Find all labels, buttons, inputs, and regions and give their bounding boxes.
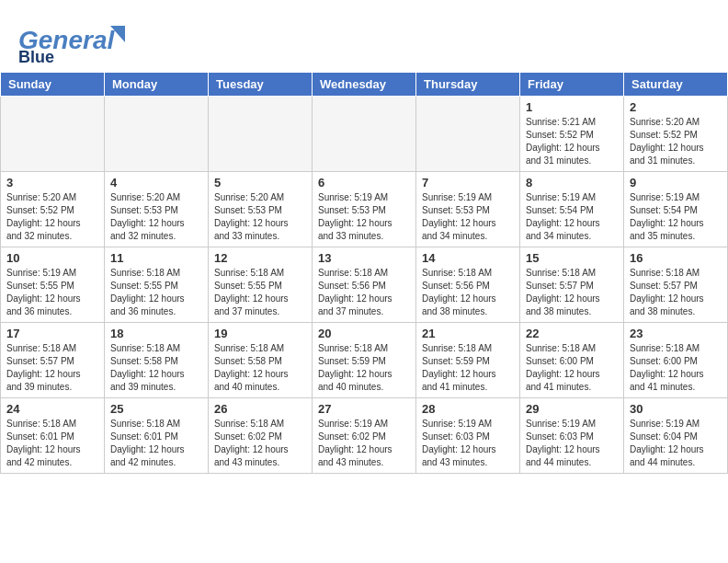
calendar-cell: 13Sunrise: 5:18 AM Sunset: 5:56 PM Dayli… <box>313 247 416 323</box>
day-info: Sunrise: 5:18 AM Sunset: 5:57 PM Dayligh… <box>630 267 722 318</box>
calendar-cell: 8Sunrise: 5:19 AM Sunset: 5:54 PM Daylig… <box>520 172 624 247</box>
day-number: 18 <box>110 327 202 340</box>
calendar-cell: 9Sunrise: 5:19 AM Sunset: 5:54 PM Daylig… <box>624 172 728 247</box>
day-number: 30 <box>630 402 722 416</box>
day-number: 28 <box>422 402 514 416</box>
day-number: 15 <box>526 251 618 265</box>
page-header: General Blue <box>0 0 728 72</box>
day-info: Sunrise: 5:18 AM Sunset: 6:01 PM Dayligh… <box>110 418 202 469</box>
day-number: 17 <box>6 327 98 340</box>
day-of-week-friday: Friday <box>520 73 624 97</box>
calendar-cell: 21Sunrise: 5:18 AM Sunset: 5:59 PM Dayli… <box>416 323 520 398</box>
day-info: Sunrise: 5:18 AM Sunset: 6:01 PM Dayligh… <box>6 418 98 469</box>
calendar-week-5: 24Sunrise: 5:18 AM Sunset: 6:01 PM Dayli… <box>1 398 728 474</box>
day-info: Sunrise: 5:18 AM Sunset: 5:58 PM Dayligh… <box>214 342 306 394</box>
calendar-cell: 27Sunrise: 5:19 AM Sunset: 6:02 PM Dayli… <box>313 398 416 474</box>
day-number: 5 <box>214 176 306 190</box>
calendar-cell: 24Sunrise: 5:18 AM Sunset: 6:01 PM Dayli… <box>1 398 105 474</box>
day-number: 27 <box>318 402 410 416</box>
days-of-week-row: SundayMondayTuesdayWednesdayThursdayFrid… <box>1 73 728 97</box>
calendar-cell: 29Sunrise: 5:19 AM Sunset: 6:03 PM Dayli… <box>520 398 624 474</box>
calendar-cell: 3Sunrise: 5:20 AM Sunset: 5:52 PM Daylig… <box>1 172 105 247</box>
calendar-week-3: 10Sunrise: 5:19 AM Sunset: 5:55 PM Dayli… <box>1 247 728 323</box>
day-info: Sunrise: 5:18 AM Sunset: 5:56 PM Dayligh… <box>318 267 410 318</box>
day-info: Sunrise: 5:20 AM Sunset: 5:53 PM Dayligh… <box>110 191 202 243</box>
calendar-week-2: 3Sunrise: 5:20 AM Sunset: 5:52 PM Daylig… <box>1 172 728 247</box>
day-number: 10 <box>6 251 98 265</box>
day-info: Sunrise: 5:19 AM Sunset: 6:02 PM Dayligh… <box>318 418 410 469</box>
day-info: Sunrise: 5:18 AM Sunset: 5:59 PM Dayligh… <box>318 342 410 394</box>
day-info: Sunrise: 5:18 AM Sunset: 5:57 PM Dayligh… <box>526 267 618 318</box>
day-number: 4 <box>110 176 202 190</box>
calendar-body: 1Sunrise: 5:21 AM Sunset: 5:52 PM Daylig… <box>1 97 728 474</box>
logo: General Blue <box>18 17 138 63</box>
calendar-cell: 26Sunrise: 5:18 AM Sunset: 6:02 PM Dayli… <box>209 398 313 474</box>
calendar-cell: 17Sunrise: 5:18 AM Sunset: 5:57 PM Dayli… <box>1 323 105 398</box>
day-number: 11 <box>110 251 202 265</box>
calendar-week-4: 17Sunrise: 5:18 AM Sunset: 5:57 PM Dayli… <box>1 323 728 398</box>
day-info: Sunrise: 5:19 AM Sunset: 6:03 PM Dayligh… <box>526 418 618 469</box>
calendar-cell: 14Sunrise: 5:18 AM Sunset: 5:56 PM Dayli… <box>416 247 520 323</box>
calendar-cell: 18Sunrise: 5:18 AM Sunset: 5:58 PM Dayli… <box>105 323 209 398</box>
day-number: 25 <box>110 402 202 416</box>
day-number: 23 <box>630 327 722 340</box>
day-number: 12 <box>214 251 306 265</box>
calendar-cell: 23Sunrise: 5:18 AM Sunset: 6:00 PM Dayli… <box>624 323 728 398</box>
calendar-table: SundayMondayTuesdayWednesdayThursdayFrid… <box>0 72 728 474</box>
day-of-week-wednesday: Wednesday <box>313 73 416 97</box>
day-info: Sunrise: 5:20 AM Sunset: 5:53 PM Dayligh… <box>214 191 306 243</box>
day-of-week-monday: Monday <box>105 73 209 97</box>
day-number: 22 <box>526 327 618 340</box>
day-number: 21 <box>422 327 514 340</box>
calendar-cell: 4Sunrise: 5:20 AM Sunset: 5:53 PM Daylig… <box>105 172 209 247</box>
calendar-cell <box>416 97 520 172</box>
calendar-cell: 30Sunrise: 5:19 AM Sunset: 6:04 PM Dayli… <box>624 398 728 474</box>
day-info: Sunrise: 5:19 AM Sunset: 5:54 PM Dayligh… <box>526 191 618 243</box>
day-number: 14 <box>422 251 514 265</box>
calendar-cell: 5Sunrise: 5:20 AM Sunset: 5:53 PM Daylig… <box>209 172 313 247</box>
day-number: 6 <box>318 176 410 190</box>
calendar-cell: 6Sunrise: 5:19 AM Sunset: 5:53 PM Daylig… <box>313 172 416 247</box>
day-number: 2 <box>630 100 722 114</box>
day-info: Sunrise: 5:18 AM Sunset: 5:55 PM Dayligh… <box>214 267 306 318</box>
calendar-cell: 12Sunrise: 5:18 AM Sunset: 5:55 PM Dayli… <box>209 247 313 323</box>
calendar-cell: 25Sunrise: 5:18 AM Sunset: 6:01 PM Dayli… <box>105 398 209 474</box>
day-number: 3 <box>6 176 98 190</box>
day-number: 8 <box>526 176 618 190</box>
calendar-cell: 11Sunrise: 5:18 AM Sunset: 5:55 PM Dayli… <box>105 247 209 323</box>
day-number: 9 <box>630 176 722 190</box>
day-number: 16 <box>630 251 722 265</box>
svg-text:Blue: Blue <box>18 48 54 63</box>
calendar-cell: 22Sunrise: 5:18 AM Sunset: 6:00 PM Dayli… <box>520 323 624 398</box>
logo-svg: General Blue <box>18 17 138 63</box>
calendar-week-1: 1Sunrise: 5:21 AM Sunset: 5:52 PM Daylig… <box>1 97 728 172</box>
day-info: Sunrise: 5:18 AM Sunset: 5:55 PM Dayligh… <box>110 267 202 318</box>
day-number: 29 <box>526 402 618 416</box>
day-number: 24 <box>6 402 98 416</box>
day-of-week-thursday: Thursday <box>416 73 520 97</box>
day-number: 26 <box>214 402 306 416</box>
day-info: Sunrise: 5:19 AM Sunset: 5:53 PM Dayligh… <box>318 191 410 243</box>
calendar-cell: 7Sunrise: 5:19 AM Sunset: 5:53 PM Daylig… <box>416 172 520 247</box>
day-info: Sunrise: 5:18 AM Sunset: 6:00 PM Dayligh… <box>526 342 618 394</box>
calendar-cell: 10Sunrise: 5:19 AM Sunset: 5:55 PM Dayli… <box>1 247 105 323</box>
calendar-cell: 19Sunrise: 5:18 AM Sunset: 5:58 PM Dayli… <box>209 323 313 398</box>
day-info: Sunrise: 5:18 AM Sunset: 6:02 PM Dayligh… <box>214 418 306 469</box>
calendar-cell: 2Sunrise: 5:20 AM Sunset: 5:52 PM Daylig… <box>624 97 728 172</box>
day-info: Sunrise: 5:19 AM Sunset: 5:53 PM Dayligh… <box>422 191 514 243</box>
calendar-cell: 20Sunrise: 5:18 AM Sunset: 5:59 PM Dayli… <box>313 323 416 398</box>
day-of-week-saturday: Saturday <box>624 73 728 97</box>
calendar-cell: 16Sunrise: 5:18 AM Sunset: 5:57 PM Dayli… <box>624 247 728 323</box>
day-info: Sunrise: 5:18 AM Sunset: 5:57 PM Dayligh… <box>6 342 98 394</box>
day-info: Sunrise: 5:19 AM Sunset: 6:03 PM Dayligh… <box>422 418 514 469</box>
day-info: Sunrise: 5:18 AM Sunset: 5:56 PM Dayligh… <box>422 267 514 318</box>
day-info: Sunrise: 5:19 AM Sunset: 6:04 PM Dayligh… <box>630 418 722 469</box>
day-number: 20 <box>318 327 410 340</box>
day-info: Sunrise: 5:18 AM Sunset: 5:59 PM Dayligh… <box>422 342 514 394</box>
calendar-cell: 28Sunrise: 5:19 AM Sunset: 6:03 PM Dayli… <box>416 398 520 474</box>
day-info: Sunrise: 5:21 AM Sunset: 5:52 PM Dayligh… <box>526 116 618 167</box>
day-number: 7 <box>422 176 514 190</box>
calendar-cell <box>105 97 209 172</box>
day-info: Sunrise: 5:20 AM Sunset: 5:52 PM Dayligh… <box>6 191 98 243</box>
calendar-cell: 15Sunrise: 5:18 AM Sunset: 5:57 PM Dayli… <box>520 247 624 323</box>
